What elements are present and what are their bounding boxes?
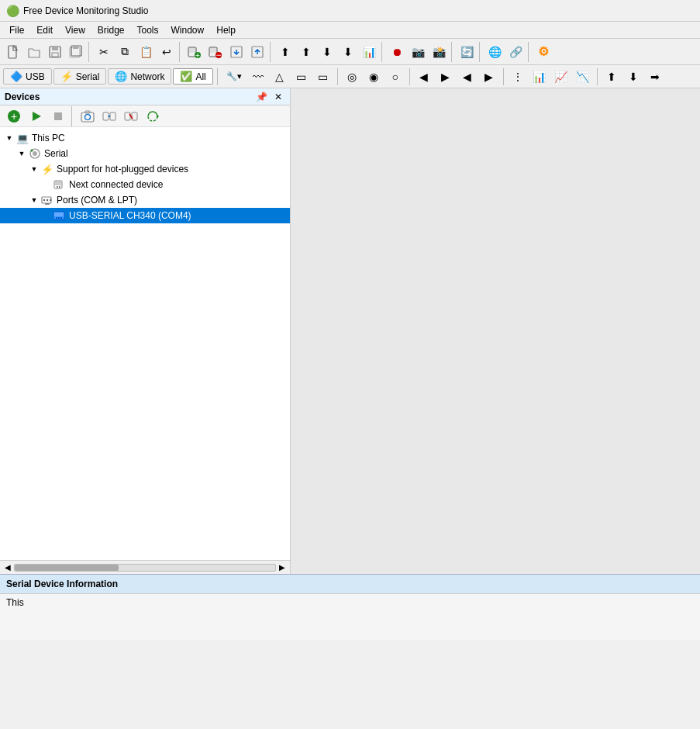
left-arrow-button[interactable]: ◀ bbox=[414, 67, 434, 87]
record-button[interactable]: ⏺ bbox=[387, 42, 407, 62]
tree-node-usb-serial[interactable]: ▶ USB-SERIAL CH340 (COM4) bbox=[0, 208, 290, 223]
capture-device-button[interactable] bbox=[78, 106, 98, 126]
paste-button[interactable]: 📋 bbox=[136, 42, 156, 62]
svg-point-33 bbox=[33, 151, 37, 156]
tab-usb[interactable]: 🔷 USB bbox=[3, 68, 52, 85]
refresh-device-button[interactable] bbox=[143, 106, 163, 126]
title-bar: 🟢 Free Device Monitoring Studio bbox=[0, 0, 700, 22]
circle3-button[interactable]: ○ bbox=[385, 67, 405, 87]
chart3-button[interactable]: 📉 bbox=[573, 67, 593, 87]
device-type-toolbar: 🔷 USB ⚡ Serial 🌐 Network ✅ All 🔧▾ 〰 △ ▭ … bbox=[0, 65, 700, 88]
serial-tab-icon: ⚡ bbox=[60, 71, 73, 82]
download2-button[interactable]: ⬇ bbox=[338, 42, 358, 62]
menu-help[interactable]: Help bbox=[210, 23, 242, 37]
devices-tree: ▼ 💻 This PC ▼ Serial ▼ ⚡ Support for hot… bbox=[0, 127, 290, 560]
toggle-this-pc[interactable]: ▼ bbox=[3, 132, 16, 144]
scroll-right[interactable]: ▶ bbox=[276, 561, 288, 574]
circle-button[interactable]: ◎ bbox=[342, 67, 362, 87]
wave-button[interactable]: 〰 bbox=[248, 67, 268, 87]
tree-node-serial[interactable]: ▼ Serial bbox=[0, 146, 290, 161]
menu-tools[interactable]: Tools bbox=[131, 23, 165, 37]
download-button[interactable]: ⬇ bbox=[317, 42, 337, 62]
svg-marker-20 bbox=[33, 112, 41, 121]
network-tb-button[interactable]: 🌐 bbox=[484, 42, 505, 62]
tab-serial[interactable]: ⚡ Serial bbox=[53, 68, 107, 85]
tree-node-next-device[interactable]: ▶ Next connected device bbox=[0, 177, 290, 192]
chart-button[interactable]: 📊 bbox=[529, 67, 550, 87]
upload2-button[interactable]: ⬆ bbox=[296, 42, 316, 62]
camera-button[interactable]: 📷 bbox=[408, 42, 428, 62]
import-button[interactable] bbox=[226, 42, 247, 62]
label-this-pc: This PC bbox=[32, 133, 65, 143]
play-device-button[interactable] bbox=[26, 106, 47, 126]
refresh-button[interactable]: 🔄 bbox=[457, 42, 477, 62]
rect2-button[interactable]: ▭ bbox=[313, 67, 333, 87]
svg-rect-37 bbox=[57, 186, 58, 188]
left2-arrow-button[interactable]: ◀ bbox=[457, 67, 478, 87]
tree-node-hotplug[interactable]: ▼ ⚡ Support for hot-plugged devices bbox=[0, 161, 290, 177]
up-button[interactable]: ⬆ bbox=[602, 67, 622, 87]
menu-edit[interactable]: Edit bbox=[30, 23, 59, 37]
save-all-button[interactable] bbox=[66, 42, 86, 62]
svg-point-42 bbox=[50, 199, 51, 201]
svg-rect-46 bbox=[56, 217, 57, 219]
stop-device-button[interactable] bbox=[48, 106, 68, 126]
scroll-track[interactable] bbox=[14, 564, 276, 572]
toggle-hotplug[interactable]: ▼ bbox=[28, 163, 40, 175]
menu-file[interactable]: File bbox=[3, 23, 30, 37]
tab-network[interactable]: 🌐 Network bbox=[108, 68, 171, 85]
pin-button[interactable]: 📌 bbox=[254, 90, 268, 104]
label-usb-serial: USB-SERIAL CH340 (COM4) bbox=[69, 210, 191, 221]
main-toolbar: ✂ ⧉ 📋 ↩ + − ⬆ ⬆ ⬇ ⬇ 📊 ⏺ 📷 📸 🔄 🌐 🔗 ⚙ bbox=[0, 39, 700, 65]
cut-button[interactable]: ✂ bbox=[94, 42, 114, 62]
svg-text:+: + bbox=[11, 110, 17, 123]
devices-toolbar: + bbox=[0, 105, 290, 127]
toggle-ports[interactable]: ▼ bbox=[28, 194, 40, 206]
devices-scrollbar: ◀ ▶ bbox=[0, 560, 290, 574]
menu-bridge[interactable]: Bridge bbox=[91, 23, 131, 37]
svg-rect-45 bbox=[54, 212, 64, 216]
dots-button[interactable]: ⋮ bbox=[508, 67, 528, 87]
triangle-button[interactable]: △ bbox=[270, 67, 290, 87]
tree-node-this-pc[interactable]: ▼ 💻 This PC bbox=[0, 130, 290, 146]
monitor-button[interactable]: 📊 bbox=[359, 42, 379, 62]
disconnect-device-button[interactable] bbox=[121, 106, 141, 126]
right3-button[interactable]: ➡ bbox=[645, 67, 665, 87]
toggle-serial[interactable]: ▼ bbox=[16, 147, 28, 160]
save-button[interactable] bbox=[45, 42, 65, 62]
right2-arrow-button[interactable]: ▶ bbox=[479, 67, 499, 87]
connect-device-button[interactable] bbox=[99, 106, 119, 126]
scroll-left[interactable]: ◀ bbox=[2, 561, 14, 574]
right-arrow-button[interactable]: ▶ bbox=[436, 67, 456, 87]
status-text: Serial Device Information bbox=[6, 579, 118, 589]
chart2-button[interactable]: 📈 bbox=[551, 67, 571, 87]
undo-button[interactable]: ↩ bbox=[157, 42, 177, 62]
action-dropdown-button[interactable]: 🔧▾ bbox=[222, 67, 247, 87]
add-device-panel-button[interactable]: + bbox=[3, 108, 25, 125]
settings-tb-button[interactable]: ⚙ bbox=[533, 42, 553, 62]
circle2-button[interactable]: ◉ bbox=[364, 67, 384, 87]
icon-next-device bbox=[53, 178, 67, 192]
menu-view[interactable]: View bbox=[59, 23, 91, 37]
export-button[interactable] bbox=[247, 42, 267, 62]
usb-tab-label: USB bbox=[26, 71, 45, 82]
app-title: Free Device Monitoring Studio bbox=[23, 5, 148, 16]
open-button[interactable] bbox=[24, 42, 44, 62]
bridge-tb-button[interactable]: 🔗 bbox=[505, 42, 526, 62]
remove-device-tb-button[interactable]: − bbox=[205, 42, 226, 62]
tab-all[interactable]: ✅ All bbox=[173, 68, 212, 85]
new-button[interactable] bbox=[3, 42, 23, 62]
copy-button[interactable]: ⧉ bbox=[115, 42, 135, 62]
scroll-thumb[interactable] bbox=[15, 565, 119, 571]
close-panel-button[interactable]: ✕ bbox=[271, 90, 285, 104]
rect-button[interactable]: ▭ bbox=[291, 67, 312, 87]
menu-window[interactable]: Window bbox=[165, 23, 211, 37]
upload-button[interactable]: ⬆ bbox=[275, 42, 295, 62]
svg-point-23 bbox=[85, 114, 91, 119]
add-device-tb-button[interactable]: + bbox=[184, 42, 205, 62]
camera2-button[interactable]: 📸 bbox=[429, 42, 449, 62]
down-button[interactable]: ⬇ bbox=[623, 67, 643, 87]
tree-node-ports[interactable]: ▼ Ports (COM & LPT) bbox=[0, 192, 290, 208]
menu-bar: File Edit View Bridge Tools Window Help bbox=[0, 22, 700, 39]
svg-rect-22 bbox=[81, 112, 94, 122]
